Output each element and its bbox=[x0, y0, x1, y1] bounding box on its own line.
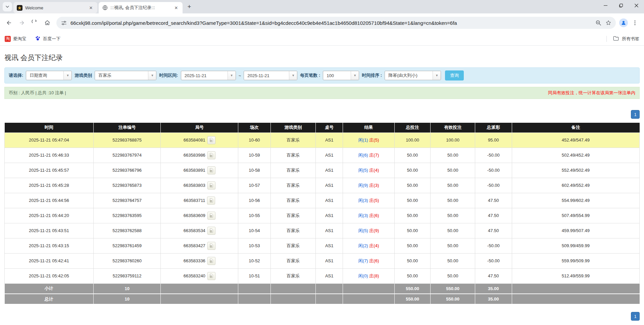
bet-id: 522983759112 bbox=[93, 268, 161, 283]
total-bet-link[interactable]: 50.00 bbox=[394, 163, 431, 178]
profile-avatar[interactable] bbox=[619, 18, 628, 27]
session-number: 10-60 bbox=[238, 132, 270, 148]
bet-record-table: 时间 注单编号 局号 场次 游戏类别 桌号 结果 总投注 有效投注 总派彩 备注… bbox=[4, 123, 640, 305]
total-bet-link[interactable]: 50.00 bbox=[394, 178, 431, 193]
total-bet-link[interactable]: 100.00 bbox=[394, 132, 431, 148]
payout: 47.50 bbox=[475, 223, 512, 238]
table-number: AS1 bbox=[316, 148, 343, 163]
forward-button[interactable] bbox=[16, 17, 28, 29]
total-bet-link[interactable]: 50.00 bbox=[394, 253, 431, 268]
valid-bet: 50.00 bbox=[431, 268, 475, 283]
session-number: 10-59 bbox=[238, 148, 270, 163]
zoom-out-icon[interactable] bbox=[595, 19, 602, 26]
date-to-select[interactable]: 2025-11-21 ▼ bbox=[244, 71, 297, 80]
total-total-bet: 550.00 bbox=[394, 294, 431, 304]
tab-welcome[interactable]: Welcome ✕ bbox=[13, 2, 97, 13]
valid-bet: 50.00 bbox=[431, 208, 475, 223]
valid-bet: 50.00 bbox=[431, 178, 475, 193]
video-replay-button[interactable] bbox=[207, 166, 215, 174]
banker-result: 庄(4) bbox=[369, 168, 379, 173]
table-row: 2025-11-21 05:47:04 522983768875 6635840… bbox=[5, 132, 640, 148]
balance-note: 509.99/459.99 bbox=[512, 238, 639, 253]
tab-search-button[interactable] bbox=[3, 2, 12, 11]
video-replay-button[interactable] bbox=[207, 136, 215, 144]
balance-note: 559.99/509.99 bbox=[512, 253, 639, 268]
total-bet-link[interactable]: 50.00 bbox=[394, 208, 431, 223]
valid-bet: 50.00 bbox=[431, 148, 475, 163]
video-replay-button[interactable] bbox=[207, 227, 215, 235]
video-replay-button[interactable] bbox=[207, 197, 215, 205]
per-page-select[interactable]: 100 ▼ bbox=[323, 71, 359, 80]
video-replay-button[interactable] bbox=[207, 242, 215, 250]
video-replay-button[interactable] bbox=[207, 151, 215, 159]
game-type: 百家乐 bbox=[270, 253, 315, 268]
table-number: AS1 bbox=[316, 178, 343, 193]
baidu-paw-icon bbox=[35, 36, 41, 42]
page-1-button[interactable]: 1 bbox=[631, 110, 640, 119]
bookmark-taobao[interactable]: 淘 爱淘宝 bbox=[5, 36, 26, 42]
payout: 47.50 bbox=[475, 268, 512, 283]
query-type-select[interactable]: 日期查询 ▼ bbox=[26, 71, 72, 80]
video-replay-button[interactable] bbox=[207, 257, 215, 265]
reload-button[interactable] bbox=[29, 17, 40, 29]
player-result: 闲(9) bbox=[358, 183, 368, 188]
total-payout: 35.00 bbox=[475, 294, 512, 304]
address-bar[interactable]: 66cxkj98.com/ipl/portal.php/game/betreco… bbox=[56, 17, 616, 29]
chevron-down-icon: ▼ bbox=[148, 71, 156, 80]
round-id: 663583711 bbox=[184, 198, 205, 203]
banker-result: 庄(3) bbox=[369, 183, 379, 188]
player-result: 闲(3) bbox=[358, 213, 368, 218]
all-bookmarks[interactable]: 所有书签 bbox=[606, 36, 639, 42]
session-number: 10-56 bbox=[238, 193, 270, 208]
tab-betrecord[interactable]: :::视讯, 会员下注纪录::: ✕ bbox=[99, 2, 183, 13]
col-game: 游戏类别 bbox=[270, 123, 315, 132]
round-id: 663583986 bbox=[184, 153, 205, 158]
back-button[interactable] bbox=[3, 17, 15, 29]
maximize-button[interactable] bbox=[613, 0, 629, 11]
banker-result: 庄(5) bbox=[369, 198, 379, 203]
game-type-label: 游戏类别 bbox=[75, 72, 92, 78]
total-bet-link[interactable]: 50.00 bbox=[394, 148, 431, 163]
round-id: 663584081 bbox=[184, 138, 205, 143]
date-from-select[interactable]: 2025-11-21 ▼ bbox=[181, 71, 236, 80]
banker-result: 庄(4) bbox=[369, 243, 379, 248]
close-window-button[interactable] bbox=[629, 0, 644, 11]
bet-time: 2025-11-21 05:47:04 bbox=[5, 132, 94, 148]
new-tab-button[interactable]: + bbox=[185, 2, 194, 11]
page-1-button[interactable]: 1 bbox=[631, 312, 640, 321]
bookmark-baidu[interactable]: 百度一下 bbox=[35, 36, 60, 42]
total-bet-link[interactable]: 50.00 bbox=[394, 193, 431, 208]
payout: 95.00 bbox=[475, 132, 512, 148]
video-replay-button[interactable] bbox=[207, 272, 215, 280]
result-cell: 闲(9) 庄(3) bbox=[343, 178, 394, 193]
home-button[interactable] bbox=[42, 17, 53, 29]
video-replay-button[interactable] bbox=[207, 181, 215, 189]
result-cell: 闲(0) 庄(8) bbox=[343, 268, 394, 283]
session-number: 10-58 bbox=[238, 163, 270, 178]
chevron-down-icon: ▼ bbox=[433, 71, 441, 80]
table-number: AS1 bbox=[316, 132, 343, 148]
total-bet-link[interactable]: 50.00 bbox=[394, 223, 431, 238]
search-button[interactable]: 查询 bbox=[445, 70, 464, 80]
round-id: 663583609 bbox=[184, 213, 205, 218]
bet-time: 2025-11-21 05:45:28 bbox=[5, 178, 94, 193]
bookmark-star-icon[interactable] bbox=[605, 19, 612, 26]
sort-label: 时间排序 : bbox=[362, 72, 382, 78]
game-type-select[interactable]: 百家乐 ▼ bbox=[95, 71, 156, 80]
tab-close-icon[interactable]: ✕ bbox=[173, 5, 179, 11]
total-bet-link[interactable]: 50.00 bbox=[394, 268, 431, 283]
round-id-cell: 663583336 bbox=[161, 253, 238, 268]
menu-icon[interactable] bbox=[629, 17, 641, 29]
sort-select[interactable]: 降幂(由大到小) ▼ bbox=[385, 71, 441, 80]
col-bet-id: 注单编号 bbox=[93, 123, 161, 132]
total-bet-link[interactable]: 50.00 bbox=[394, 238, 431, 253]
banker-result: 庄(8) bbox=[369, 273, 379, 278]
video-replay-button[interactable] bbox=[207, 212, 215, 220]
subtotal-payout: 35.00 bbox=[475, 283, 512, 294]
site-settings-icon[interactable] bbox=[60, 19, 67, 26]
minimize-button[interactable] bbox=[598, 0, 613, 11]
payout: -50.00 bbox=[475, 253, 512, 268]
col-table: 桌号 bbox=[316, 123, 343, 132]
url-text[interactable]: 66cxkj98.com/ipl/portal.php/game/betreco… bbox=[70, 20, 592, 26]
tab-close-icon[interactable]: ✕ bbox=[88, 5, 94, 11]
